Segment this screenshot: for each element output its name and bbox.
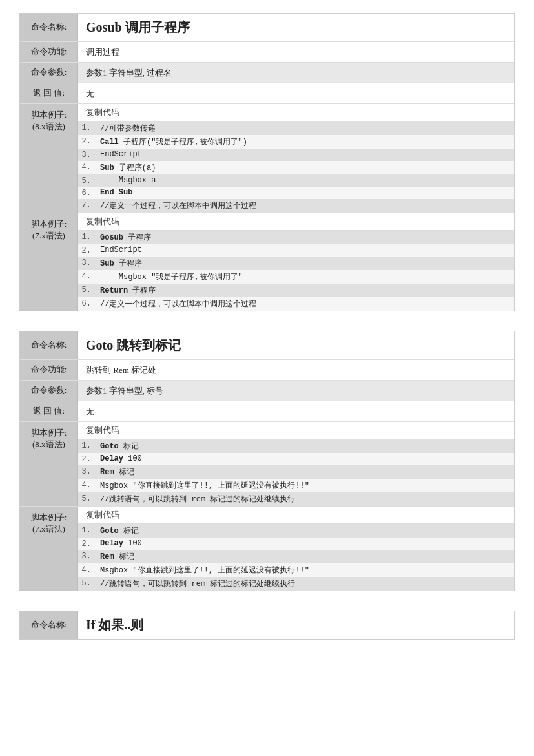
gosub-kw: Gosub [86, 20, 122, 34]
goto-ex1-line-4: 4. Msgbox "你直接跳到这里了!!, 上面的延迟没有被执行!!" [78, 479, 514, 492]
gosub-ex2-line-5: 5. Return 子程序 [78, 284, 514, 297]
goto-ex2-line-2: 2. Delay 100 [78, 538, 514, 550]
gosub-ex2-line-1: 1. Gosub 子程序 [78, 231, 514, 244]
gosub-func-label: 命令功能: [20, 42, 78, 62]
gosub-return-content: 无 [78, 83, 514, 103]
gosub-ex2-line-3: 3. Sub 子程序 [78, 257, 514, 270]
gosub-example1-label-main: 脚本例子: [31, 109, 67, 121]
gosub-title-row: 命令名称: Gosub 调用子程序 [20, 14, 514, 42]
goto-func-row: 命令功能: 跳转到 Rem 标记处 [20, 360, 514, 381]
gosub-name-label: 命令名称: [20, 14, 78, 41]
gosub-return-label: 返 回 值: [20, 83, 78, 103]
goto-title: Goto 跳转到标记 [86, 337, 181, 354]
gosub-ex2-line-2: 2. EndScript [78, 244, 514, 257]
goto-params-label: 命令参数: [20, 381, 78, 401]
gosub-code-line-3: 3. EndScript [78, 149, 514, 161]
gosub-code-line-2: 2. Call 子程序("我是子程序,被你调用了") [78, 135, 514, 149]
gosub-example1-label: 脚本例子: (8.x语法) [20, 104, 78, 213]
gosub-return-row: 返 回 值: 无 [20, 83, 514, 104]
goto-example1-copy[interactable]: 复制代码 [78, 422, 514, 439]
if-title-content: If 如果..则 [78, 611, 514, 639]
if-title: If 如果..则 [86, 616, 143, 634]
goto-example2-label-main: 脚本例子: [31, 512, 67, 523]
goto-func-label: 命令功能: [20, 360, 78, 380]
gosub-func-row: 命令功能: 调用过程 [20, 42, 514, 63]
goto-title-rest: 跳转到标记 [113, 338, 181, 352]
goto-example2-code: 复制代码 1. Goto 标记 2. Delay 100 3. Rem 标记 4… [78, 507, 514, 591]
goto-params-content: 参数1 字符串型, 标号 [78, 381, 514, 401]
gosub-example2-code: 复制代码 1. Gosub 子程序 2. EndScript 3. Sub 子程… [78, 213, 514, 311]
if-title-row: 命令名称: If 如果..则 [20, 611, 514, 639]
if-title-rest: 如果..则 [95, 618, 143, 632]
gosub-example1-code: 复制代码 1. //可带参数传递 2. Call 子程序("我是子程序,被你调用… [78, 104, 514, 213]
gosub-title-rest: 调用子程序 [122, 20, 190, 34]
gosub-example1-copy[interactable]: 复制代码 [78, 104, 514, 121]
if-block: 命令名称: If 如果..则 [19, 611, 515, 640]
gosub-block: 命令名称: Gosub 调用子程序 命令功能: 调用过程 命令参数: 参数1 [19, 13, 515, 311]
page: 命令名称: Gosub 调用子程序 命令功能: 调用过程 命令参数: 参数1 [0, 0, 534, 672]
gosub-code-line-5: 5. Msgbox a [78, 174, 514, 187]
goto-title-content: Goto 跳转到标记 [78, 331, 514, 359]
goto-example1-code: 复制代码 1. Goto 标记 2. Delay 100 3. Rem 标记 4… [78, 422, 514, 506]
goto-kw: Goto [86, 338, 113, 352]
if-name-label: 命令名称: [20, 611, 78, 639]
goto-return-label: 返 回 值: [20, 401, 78, 421]
gosub-example1-syntax-ver: (8.x语法) [31, 121, 67, 132]
goto-params-row: 命令参数: 参数1 字符串型, 标号 [20, 381, 514, 401]
goto-ex1-line-5: 5. //跳转语句，可以跳转到 rem 标记过的标记处继续执行 [78, 492, 514, 506]
gosub-example1-row: 脚本例子: (8.x语法) 复制代码 1. //可带参数传递 2. Call 子… [20, 104, 514, 213]
goto-block: 命令名称: Goto 跳转到标记 命令功能: 跳转到 Rem 标记处 命令参数: [19, 331, 515, 591]
gosub-code-line-7: 7. //定义一个过程，可以在脚本中调用这个过程 [78, 199, 514, 213]
gosub-code-line-1: 1. //可带参数传递 [78, 121, 514, 135]
goto-return-row: 返 回 值: 无 [20, 401, 514, 422]
if-kw: If [86, 618, 95, 632]
gosub-params-label: 命令参数: [20, 63, 78, 83]
gosub-example2-label: 脚本例子: (7.x语法) [20, 213, 78, 311]
gosub-title-content: Gosub 调用子程序 [78, 14, 514, 41]
gosub-code-line-4: 4. Sub 子程序(a) [78, 161, 514, 174]
goto-ex1-line-1: 1. Goto 标记 [78, 439, 514, 453]
gosub-func-content: 调用过程 [78, 42, 514, 62]
goto-ex1-line-2: 2. Delay 100 [78, 453, 514, 465]
goto-example1-row: 脚本例子: (8.x语法) 复制代码 1. Goto 标记 2. Delay 1… [20, 422, 514, 507]
goto-ex2-line-3: 3. Rem 标记 [78, 550, 514, 563]
gosub-code-line-6: 6. End Sub [78, 187, 514, 199]
goto-example1-label-main: 脚本例子: [31, 427, 67, 439]
gosub-title: Gosub 调用子程序 [86, 19, 190, 36]
gosub-params-row: 命令参数: 参数1 字符串型, 过程名 [20, 63, 514, 83]
goto-example2-label: 脚本例子: (7.x语法) [20, 507, 78, 591]
goto-ex2-line-5: 5. //跳转语句，可以跳转到 rem 标记过的标记处继续执行 [78, 577, 514, 591]
goto-ex1-line-3: 3. Rem 标记 [78, 465, 514, 479]
goto-ex2-line-1: 1. Goto 标记 [78, 524, 514, 538]
goto-example1-label: 脚本例子: (8.x语法) [20, 422, 78, 506]
gosub-ex2-line-6: 6. //定义一个过程，可以在脚本中调用这个过程 [78, 297, 514, 311]
goto-example2-copy[interactable]: 复制代码 [78, 507, 514, 524]
goto-example1-syntax-ver: (8.x语法) [31, 439, 67, 450]
gosub-example2-label-main: 脚本例子: [31, 218, 67, 230]
goto-name-label: 命令名称: [20, 331, 78, 359]
goto-example2-syntax-ver: (7.x语法) [31, 523, 67, 535]
goto-ex2-line-4: 4. Msgbox "你直接跳到这里了!!, 上面的延迟没有被执行!!" [78, 563, 514, 577]
gosub-params-content: 参数1 字符串型, 过程名 [78, 63, 514, 83]
goto-return-content: 无 [78, 401, 514, 421]
goto-func-content: 跳转到 Rem 标记处 [78, 360, 514, 380]
gosub-example2-row: 脚本例子: (7.x语法) 复制代码 1. Gosub 子程序 2. EndSc… [20, 213, 514, 311]
goto-title-row: 命令名称: Goto 跳转到标记 [20, 331, 514, 360]
gosub-ex2-line-4: 4. Msgbox "我是子程序,被你调用了" [78, 270, 514, 284]
goto-example2-row: 脚本例子: (7.x语法) 复制代码 1. Goto 标记 2. Delay 1… [20, 507, 514, 591]
gosub-example2-copy[interactable]: 复制代码 [78, 213, 514, 231]
gosub-example2-syntax-ver: (7.x语法) [31, 230, 67, 242]
